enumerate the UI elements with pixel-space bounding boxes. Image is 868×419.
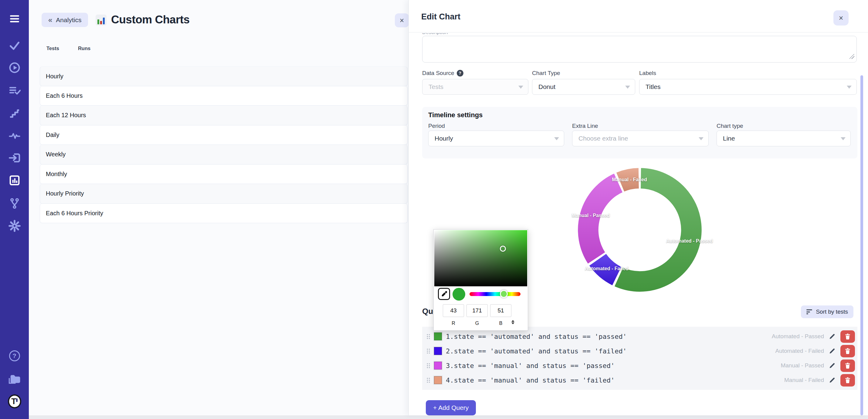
- trash-icon: [845, 377, 850, 383]
- description-label-clipped: Description: [422, 33, 448, 36]
- sort-by-tests-button[interactable]: Sort by tests: [801, 305, 854, 318]
- query-title: Automated - Failed: [775, 348, 824, 354]
- saturation-cursor[interactable]: [500, 246, 506, 252]
- sidebar-item-help[interactable]: ?: [8, 349, 21, 362]
- bar-red: [100, 21, 102, 24]
- sidebar-item-menu-icon[interactable]: [8, 12, 21, 26]
- sidebar: ?T: [0, 0, 29, 419]
- delete-query-button[interactable]: [840, 359, 855, 372]
- chevron-down-icon: [847, 86, 851, 89]
- sidebar-item-branches[interactable]: [8, 197, 21, 210]
- sidebar-item-runs[interactable]: [8, 61, 21, 74]
- sidebar-item-pulse[interactable]: [8, 129, 21, 142]
- timeline-chart-type-select[interactable]: Line: [717, 130, 851, 146]
- sidebar-item-projects-folder[interactable]: [8, 372, 21, 385]
- drag-handle-icon[interactable]: [426, 334, 430, 339]
- current-color-swatch[interactable]: [453, 288, 465, 301]
- pencil-icon: [829, 377, 836, 384]
- app-window: ?T « Analytics Custom Charts × TestsRuns…: [0, 0, 868, 419]
- tab-tests[interactable]: Tests: [46, 46, 59, 51]
- bar-blue: [103, 18, 105, 24]
- sidebar-item-checklist[interactable]: [8, 84, 21, 97]
- hue-slider-thumb[interactable]: [500, 290, 508, 298]
- sidebar-item-analytics[interactable]: [8, 174, 21, 187]
- query-color-swatch[interactable]: [433, 375, 443, 385]
- data-source-label: Data Source ?: [422, 70, 463, 77]
- green-input[interactable]: [466, 304, 488, 317]
- chart-list-item[interactable]: Each 6 Hours Priority: [40, 204, 408, 223]
- chart-list-item[interactable]: Monthly: [40, 164, 408, 184]
- chart-type-select[interactable]: Donut: [532, 79, 635, 95]
- query-color-swatch[interactable]: [433, 346, 443, 356]
- query-title: Manual - Failed: [784, 377, 824, 384]
- query-color-swatch[interactable]: [433, 332, 443, 341]
- tab-runs[interactable]: Runs: [78, 46, 90, 51]
- sidebar-item-tests[interactable]: [8, 39, 21, 52]
- query-expression: 1.state == 'automated' and status == 'pa…: [446, 333, 627, 340]
- eyedropper-button[interactable]: [438, 288, 450, 300]
- chart-list-item[interactable]: Weekly: [40, 145, 408, 164]
- back-button-label: Analytics: [56, 17, 81, 24]
- chart-type-label: Chart Type: [532, 70, 560, 77]
- delete-query-button[interactable]: [840, 330, 855, 343]
- page-title: Custom Charts: [111, 13, 190, 26]
- close-edit-chart-button[interactable]: ×: [833, 10, 848, 26]
- saturation-area[interactable]: [434, 230, 527, 286]
- edit-query-button[interactable]: [829, 377, 836, 384]
- blue-input[interactable]: [490, 304, 512, 317]
- tabs: TestsRuns: [46, 46, 90, 51]
- edit-query-button[interactable]: [829, 348, 836, 354]
- donut-slice-manual-passed[interactable]: [578, 173, 623, 264]
- red-label: R: [443, 321, 464, 326]
- extra-line-select[interactable]: Choose extra line: [572, 130, 709, 146]
- query-color-swatch[interactable]: [433, 361, 443, 370]
- query-row: 1.state == 'automated' and status == 'pa…: [422, 329, 857, 344]
- chart-list-item[interactable]: Each 6 Hours: [40, 86, 408, 106]
- sidebar-item-settings[interactable]: [8, 219, 21, 233]
- green-label: G: [466, 321, 488, 326]
- donut-chart[interactable]: [570, 160, 710, 300]
- eyedropper-icon: [441, 291, 447, 297]
- bar-green: [97, 20, 99, 24]
- custom-charts-panel: « Analytics Custom Charts × TestsRuns Ho…: [29, 0, 408, 415]
- drag-handle-icon[interactable]: [426, 348, 430, 354]
- edit-query-button[interactable]: [829, 362, 836, 369]
- scrollbar-thumb[interactable]: [860, 75, 863, 415]
- divider: [409, 32, 868, 32]
- close-panel-button[interactable]: ×: [395, 13, 409, 27]
- edit-chart-panel: Edit Chart × Description Data Source ? C…: [408, 0, 868, 415]
- sidebar-item-app-logo[interactable]: T: [8, 395, 21, 408]
- description-textarea[interactable]: [422, 36, 857, 63]
- pencil-icon: [829, 348, 836, 354]
- back-to-analytics-button[interactable]: « Analytics: [41, 13, 88, 27]
- drag-handle-icon[interactable]: [426, 378, 430, 383]
- add-query-button[interactable]: + Add Query: [426, 400, 476, 415]
- sidebar-item-import[interactable]: [8, 151, 21, 164]
- help-icon[interactable]: ?: [457, 70, 463, 77]
- chart-list-item[interactable]: Hourly Priority: [40, 184, 408, 204]
- data-source-select[interactable]: Tests: [422, 79, 528, 95]
- sidebar-item-milestones[interactable]: [8, 106, 21, 120]
- edit-query-button[interactable]: [829, 333, 836, 340]
- chevron-down-icon: [518, 86, 523, 89]
- hue-slider[interactable]: [469, 292, 521, 296]
- queries-list: 1.state == 'automated' and status == 'pa…: [422, 327, 857, 390]
- chart-list-item[interactable]: Each 12 Hours: [40, 106, 408, 125]
- chart-list-item[interactable]: Daily: [40, 125, 408, 145]
- blue-label: B: [490, 321, 512, 326]
- period-select[interactable]: Hourly: [428, 130, 564, 146]
- labels-select[interactable]: Titles: [639, 79, 857, 95]
- query-row: 3.state == 'manual' and status == 'passe…: [422, 358, 857, 373]
- red-input[interactable]: [443, 304, 464, 317]
- trash-icon: [845, 348, 850, 354]
- delete-query-button[interactable]: [840, 374, 855, 387]
- edit-chart-title: Edit Chart: [421, 12, 460, 22]
- chart-list-item[interactable]: Hourly: [40, 66, 408, 86]
- app-logo-icon: T: [8, 394, 21, 408]
- query-expression: 2.state == 'automated' and status == 'fa…: [446, 347, 627, 355]
- color-format-toggle[interactable]: [512, 320, 515, 324]
- drag-handle-icon[interactable]: [426, 363, 430, 368]
- delete-query-button[interactable]: [840, 345, 855, 357]
- timeline-settings-card: Timeline settings Period Extra Line Char…: [422, 107, 857, 158]
- folder-icon: [8, 372, 21, 385]
